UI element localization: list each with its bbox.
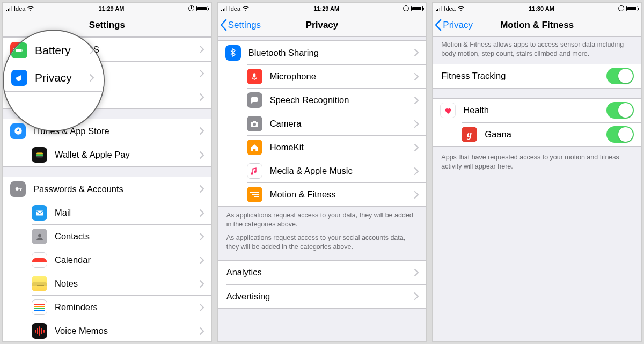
chevron-right-icon	[414, 73, 419, 80]
chevron-right-icon	[200, 185, 204, 193]
battery-icon	[196, 6, 208, 11]
wifi-icon	[27, 6, 34, 11]
settings-row-motion-fitness[interactable]: Motion & Fitness	[247, 182, 427, 206]
reminders-icon	[32, 299, 47, 315]
mag-battery-label: Battery	[35, 44, 85, 57]
row-label: Mail	[55, 208, 195, 218]
privacy-icon	[11, 70, 27, 86]
settings-row-camera[interactable]: Camera	[247, 112, 427, 135]
settings-row-notes[interactable]: Notes	[32, 272, 211, 295]
mag-privacy-label: Privacy	[35, 71, 85, 84]
chevron-right-icon	[200, 327, 204, 335]
wifi-icon	[458, 6, 465, 11]
settings-row-media-apple-music[interactable]: Media & Apple Music	[247, 159, 427, 182]
chevron-right-icon	[200, 304, 204, 311]
settings-row-wallet-apple-pay[interactable]: Wallet & Apple Pay	[32, 143, 211, 166]
passwords-icon	[10, 181, 26, 197]
row-label: Health	[463, 105, 606, 115]
contacts-icon	[32, 229, 47, 244]
signal-icon	[6, 6, 12, 11]
chevron-right-icon	[414, 120, 419, 128]
chevron-right-icon	[200, 93, 204, 101]
privacy-footer-1: As applications request access to your d…	[218, 207, 427, 233]
row-label: Reminders	[55, 302, 195, 312]
svg-rect-5	[36, 154, 43, 156]
highlight-circle-privacy: Battery Privacy	[3, 30, 105, 131]
speech-icon	[247, 92, 262, 108]
chevron-right-icon	[414, 144, 419, 151]
toggle-switch[interactable]	[606, 126, 634, 143]
carrier-label: Idea	[444, 5, 455, 12]
chevron-right-icon	[414, 167, 419, 175]
svg-rect-4	[36, 152, 43, 154]
svg-point-6	[15, 187, 18, 191]
settings-row-microphone[interactable]: Microphone	[247, 64, 427, 88]
settings-row-mail[interactable]: Mail	[32, 201, 211, 224]
settings-row-speech-recognition[interactable]: Speech Recognition	[247, 88, 427, 112]
svg-rect-11	[253, 73, 256, 77]
settings-row-homekit[interactable]: HomeKit	[247, 135, 427, 159]
nav-bar: Privacy Motion & Fitness	[433, 13, 641, 37]
svg-rect-7	[36, 210, 43, 215]
back-button[interactable]: Settings	[220, 13, 261, 36]
chevron-right-icon	[200, 46, 204, 53]
row-label: Notes	[55, 279, 195, 289]
status-bar: Idea 11:29 AM	[218, 3, 427, 13]
mail-icon	[32, 205, 47, 221]
svg-point-8	[38, 233, 41, 237]
camera-icon	[247, 116, 262, 131]
back-button[interactable]: Privacy	[435, 13, 473, 36]
chevron-right-icon	[200, 257, 204, 264]
settings-row-reminders[interactable]: Reminders	[32, 295, 211, 319]
media-icon	[247, 163, 262, 179]
row-label: Speech Recognition	[270, 95, 411, 105]
chevron-right-icon	[414, 269, 419, 276]
fitness-tracking-toggle[interactable]	[606, 68, 634, 84]
settings-row-advertising[interactable]: Advertising	[226, 284, 427, 308]
settings-row-bluetooth-sharing[interactable]: Bluetooth Sharing	[218, 41, 427, 64]
svg-point-13	[253, 122, 256, 126]
status-time: 11:29 AM	[99, 5, 125, 12]
screen-privacy: Idea 11:29 AM Settings Privacy Bluetooth…	[217, 2, 427, 342]
settings-row-voice-memos[interactable]: Voice Memos	[32, 319, 211, 342]
svg-rect-14	[253, 121, 256, 122]
chevron-right-icon	[200, 280, 204, 288]
privacy-footer-2: As applications request access to your s…	[218, 233, 427, 256]
battery-icon	[411, 6, 423, 11]
settings-row-gaana[interactable]: gGaana	[462, 122, 641, 146]
fitness-tracking-label: Fitness Tracking	[441, 71, 606, 81]
status-bar: Idea 11:29 AM	[3, 3, 211, 13]
status-bar: Idea 11:30 AM	[433, 3, 641, 13]
nav-title: Motion & Fitness	[500, 20, 574, 31]
settings-row-analytics[interactable]: Analytics	[218, 261, 427, 284]
mag-row-privacy[interactable]: Privacy	[4, 64, 104, 92]
chevron-right-icon	[90, 74, 94, 82]
alarm-icon	[188, 5, 194, 11]
mic-icon	[247, 69, 262, 84]
back-label: Privacy	[443, 20, 473, 31]
gaana-icon: g	[462, 127, 477, 142]
screen-motion-fitness: Idea 11:30 AM Privacy Motion & Fitness M…	[432, 2, 642, 342]
row-label: Analytics	[226, 267, 411, 277]
home-icon	[247, 140, 262, 155]
settings-row-health[interactable]: Health	[433, 99, 641, 122]
row-label: Microphone	[270, 71, 411, 82]
row-label: Advertising	[226, 291, 411, 302]
fitness-tracking-row[interactable]: Fitness Tracking	[433, 64, 641, 88]
motion-header-text: Motion & Fitness allows apps to access s…	[433, 37, 641, 62]
chevron-right-icon	[200, 209, 204, 217]
row-label: HomeKit	[270, 142, 411, 152]
notes-icon	[32, 276, 47, 291]
settings-row-calendar[interactable]: Calendar	[32, 248, 211, 272]
chevron-right-icon	[414, 292, 419, 300]
settings-row-passwords-accounts[interactable]: Passwords & Accounts	[3, 177, 211, 201]
row-label: Calendar	[55, 255, 195, 265]
calendar-icon	[32, 252, 47, 268]
chevron-right-icon	[414, 49, 419, 56]
health-icon	[440, 103, 456, 118]
settings-row-contacts[interactable]: Contacts	[32, 224, 211, 248]
back-label: Settings	[228, 20, 261, 31]
toggle-switch[interactable]	[606, 102, 634, 119]
appstore-icon	[10, 123, 26, 139]
motion-footer-text: Apps that have requested access to your …	[433, 150, 641, 174]
